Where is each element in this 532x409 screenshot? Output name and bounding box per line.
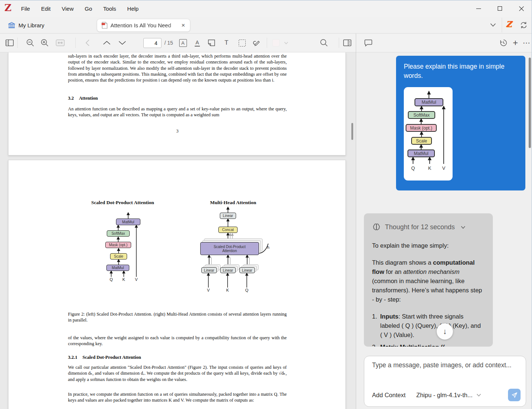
assistant-message-body: To explain the image simply: This diagra… bbox=[372, 241, 484, 347]
figure-box-matmul-top: MatMul bbox=[116, 219, 140, 225]
mini-box-softmax: SoftMax bbox=[408, 111, 435, 119]
annotation-color-swatch[interactable] bbox=[272, 39, 280, 47]
toolbar-separator bbox=[17, 38, 18, 48]
figure-left-title: Scaled Dot-Product Attention bbox=[67, 200, 178, 206]
send-button[interactable] bbox=[508, 389, 521, 401]
thought-chevron-icon[interactable] bbox=[460, 224, 466, 230]
menu-tools[interactable]: Tools bbox=[102, 4, 117, 13]
figure-label-v: V bbox=[205, 288, 211, 292]
area-tool-icon[interactable] bbox=[237, 34, 247, 52]
menu-bar: Z File Edit View Go Tools Help bbox=[0, 0, 532, 17]
toolbar-separator bbox=[339, 38, 339, 48]
scroll-to-bottom-button[interactable]: ↓ bbox=[437, 323, 453, 340]
add-context-button[interactable]: Add Context bbox=[372, 392, 406, 399]
zoom-out-icon[interactable] bbox=[25, 34, 35, 52]
mini-label-v: V bbox=[440, 165, 447, 171]
mini-label-k: K bbox=[426, 165, 433, 171]
tab-list-chevron-icon[interactable] bbox=[490, 22, 496, 28]
previous-page-icon[interactable] bbox=[101, 34, 112, 52]
sdpa-line1: Scaled Dot-Product bbox=[214, 245, 246, 249]
color-chevron-icon[interactable] bbox=[283, 34, 289, 52]
figure-box-sdpa: Scaled Dot-Product Attention bbox=[200, 242, 259, 255]
mini-box-scale: Scale bbox=[411, 137, 432, 145]
mini-box-matmul-top: MatMul bbox=[415, 98, 443, 106]
figure-box-concat: Concat bbox=[218, 227, 238, 233]
toolbar-separator bbox=[75, 38, 76, 48]
pdf-page-4: Scaled Dot-Product Attention Multi-Head … bbox=[8, 160, 346, 409]
search-icon[interactable] bbox=[319, 34, 329, 52]
pdf-scrollbar-thumb[interactable] bbox=[351, 123, 353, 140]
context-pane-toggle-icon[interactable] bbox=[342, 34, 352, 52]
library-icon bbox=[8, 22, 15, 28]
attached-image-card[interactable]: MatMul SoftMax Mask (opt.) Scale MatMul … bbox=[404, 87, 453, 181]
thought-header[interactable]: Thought for 12 seconds bbox=[372, 223, 484, 231]
section-title: Scaled Dot-Product Attention bbox=[82, 355, 141, 360]
figure-label-q: Q bbox=[108, 277, 114, 282]
chat-menu-ellipsis-icon[interactable]: ⋯ bbox=[521, 34, 532, 52]
figure-caption: Figure 2: (left) Scaled Dot-Product Atte… bbox=[68, 311, 287, 323]
tab-my-library[interactable]: My Library bbox=[5, 19, 47, 31]
figure-box-softmax: SoftMax bbox=[107, 230, 130, 237]
section-number: 3.2.1 bbox=[68, 355, 77, 360]
page3-paragraph: An attention function can be described a… bbox=[68, 106, 287, 118]
toolbar-separator bbox=[267, 38, 267, 48]
page4-paragraph: of the values, where the weight assigned… bbox=[68, 335, 287, 347]
sync-icon[interactable] bbox=[520, 21, 528, 29]
navigate-back-icon[interactable] bbox=[82, 34, 93, 52]
assistant-message-card: Thought for 12 seconds To explain the im… bbox=[364, 213, 493, 347]
note-tool-icon[interactable] bbox=[206, 34, 216, 52]
zoom-fit-width-icon[interactable] bbox=[55, 34, 66, 52]
document-tab-label: Attention Is All You Need bbox=[110, 22, 181, 28]
sidebar-toggle-icon[interactable] bbox=[4, 34, 15, 52]
menu-file[interactable]: File bbox=[20, 4, 31, 13]
assistant-list-item-2: 2.Matrix Multiplication (( bbox=[372, 343, 484, 347]
text-tool-icon[interactable]: T bbox=[221, 34, 232, 52]
chat-panel: Please explain this image in simple word… bbox=[356, 52, 532, 409]
page3-page-number: 3 bbox=[68, 128, 287, 134]
message-input[interactable] bbox=[372, 361, 518, 383]
next-page-icon[interactable] bbox=[117, 34, 128, 52]
menu-go[interactable]: Go bbox=[84, 4, 93, 13]
chat-comment-icon[interactable] bbox=[363, 34, 374, 52]
figure-label-q: Q bbox=[244, 288, 250, 292]
library-tab-label: My Library bbox=[18, 22, 44, 28]
minimize-button[interactable] bbox=[468, 0, 489, 17]
tab-bar: My Library Attention Is All You Need × Z bbox=[0, 17, 532, 34]
plugin-z-icon[interactable]: Z bbox=[506, 19, 512, 29]
figure-label-k: K bbox=[225, 288, 231, 292]
zoom-in-icon[interactable] bbox=[40, 34, 50, 52]
page4-paragraph: We call our particular attention "Scaled… bbox=[68, 364, 287, 382]
page-total-label: / 15 bbox=[164, 40, 173, 46]
tab-document[interactable]: Attention Is All You Need × bbox=[97, 19, 190, 32]
brain-icon bbox=[372, 223, 381, 231]
pdf-page-3: sub-layers in each encoder layer, the de… bbox=[8, 52, 346, 155]
menu-view[interactable]: View bbox=[61, 4, 74, 13]
highlight-tool-icon[interactable]: A bbox=[178, 34, 188, 52]
page-number-input[interactable] bbox=[143, 38, 161, 48]
draw-tool-icon[interactable] bbox=[251, 34, 262, 52]
mini-label-q: Q bbox=[409, 165, 417, 171]
figure-box-matmul-bottom: MatMul bbox=[106, 265, 129, 271]
close-button[interactable] bbox=[511, 0, 532, 17]
history-icon[interactable] bbox=[498, 34, 509, 52]
sdpa-line2: Attention bbox=[222, 249, 237, 253]
thought-header-label: Thought for 12 seconds bbox=[385, 223, 455, 231]
underline-tool-icon[interactable]: A bbox=[192, 34, 202, 52]
tab-close-icon[interactable]: × bbox=[181, 22, 185, 28]
figure-label-h: h bbox=[267, 245, 269, 250]
chat-scrollbar-thumb[interactable] bbox=[529, 58, 531, 148]
menu-edit[interactable]: Edit bbox=[40, 4, 51, 13]
figure-box-linear-top: Linear bbox=[220, 213, 236, 219]
down-arrow-icon: ↓ bbox=[443, 327, 447, 336]
new-chat-plus-icon[interactable]: + bbox=[510, 34, 521, 52]
model-selector[interactable]: Zhipu - glm-4.1v-th... bbox=[416, 392, 481, 399]
page3-section-heading: 3.2Attention bbox=[68, 95, 287, 101]
message-composer: Add Context Zhipu - glm-4.1v-th... bbox=[364, 356, 526, 407]
page4-section-heading: 3.2.1Scaled Dot-Product Attention bbox=[68, 354, 287, 360]
figure-box-scale: Scale bbox=[110, 253, 127, 260]
menu-help[interactable]: Help bbox=[126, 4, 139, 13]
figure-box-linear-k: Linear bbox=[220, 267, 236, 273]
paper-plane-icon bbox=[511, 392, 518, 399]
model-chevron-icon bbox=[476, 392, 481, 398]
maximize-button[interactable] bbox=[489, 0, 511, 17]
